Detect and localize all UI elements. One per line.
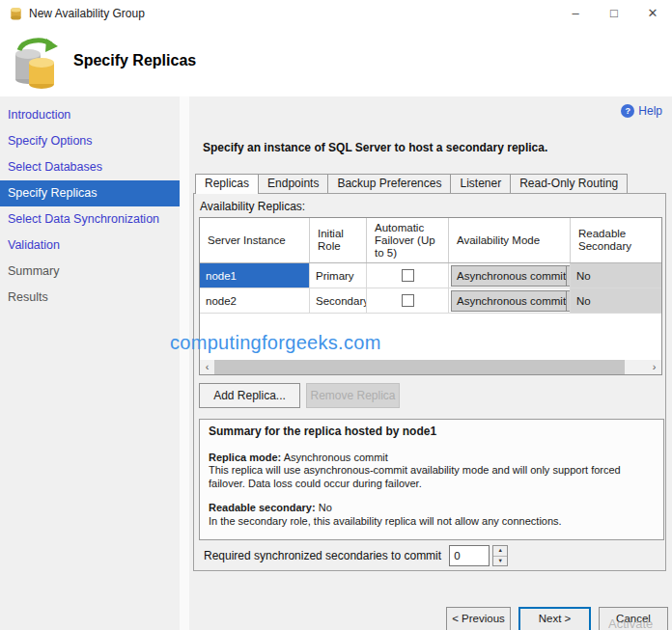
availability-mode-dropdown[interactable]: Asynchronous commit ∨ [451,290,571,312]
sidebar-item-specify-replicas[interactable]: Specify Replicas [0,180,180,206]
replica-mode-label: Replica mode: [209,452,281,463]
maximize-button[interactable]: □ [595,0,633,27]
wizard-steps-sidebar: Introduction Specify Options Select Data… [0,96,180,630]
sidebar-item-introduction[interactable]: Introduction [0,102,180,128]
tab-endpoints[interactable]: Endpoints [258,174,328,193]
cell-availability-mode: Asynchronous commit ∨ [449,263,571,288]
title-bar: New Availability Group – □ ✕ [0,0,672,27]
help-link[interactable]: ? Help [621,104,662,118]
horizontal-scrollbar[interactable]: ‹ › [200,360,661,374]
cell-server-instance: node2 [200,288,310,313]
summary-title: Summary for the replica hosted by node1 [209,425,655,439]
column-header-availability-mode[interactable]: Availability Mode [449,218,571,262]
commit-secondaries-label: Required synchronized secondaries to com… [204,549,441,562]
cell-availability-mode: Asynchronous commit ∨ [449,288,571,313]
sidebar-item-select-data-synchronization[interactable]: Select Data Synchronization [0,206,180,233]
column-header-automatic-failover[interactable]: Automatic Failover (Up to 5) [367,218,449,262]
commit-secondaries-input[interactable]: 0 [449,545,490,566]
add-replica-button[interactable]: Add Replica... [199,383,300,408]
column-header-initial-role[interactable]: Initial Role [310,218,367,262]
tab-backup-preferences[interactable]: Backup Preferences [327,174,451,193]
cell-initial-role: Primary [310,263,367,288]
replica-summary-box: Summary for the replica hosted by node1 … [199,419,664,540]
cell-server-instance: node1 [200,263,310,288]
tab-read-only-routing[interactable]: Read-Only Routing [510,174,628,193]
sidebar-item-validation[interactable]: Validation [0,233,180,259]
tab-listener[interactable]: Listener [450,174,511,193]
spin-up-icon[interactable]: ▲ [493,546,507,557]
activate-windows-watermark: Activate [608,616,653,630]
availability-mode-dropdown[interactable]: Asynchronous commit ∨ [451,265,571,287]
app-icon [9,7,23,21]
minimize-button[interactable]: – [556,0,595,27]
sidebar-item-summary: Summary [0,259,180,285]
column-header-server-instance[interactable]: Server Instance [200,218,310,262]
readable-secondary-description: In the secondary role, this availability… [209,515,655,529]
readable-secondary-block: Readable secondary: No In the secondary … [209,502,655,528]
automatic-failover-checkbox[interactable] [402,269,414,282]
readable-secondary-value: No [316,502,332,513]
window-title: New Availability Group [29,0,145,27]
column-header-readable-secondary[interactable]: Readable Secondary [571,218,661,262]
cell-readable-secondary[interactable]: No [571,288,661,313]
main-content: ? Help Specify an instance of SQL Server… [189,96,672,630]
previous-button[interactable]: < Previous [446,607,511,630]
new-availability-group-window: New Availability Group – □ ✕ Specify Rep… [0,0,672,630]
table-row-node2[interactable]: node2 Secondary Asynchronous commit ∨ No [200,288,661,314]
cell-initial-role: Secondary [310,288,367,313]
availability-replicas-label: Availability Replicas: [200,200,305,213]
grid-header-row: Server Instance Initial Role Automatic F… [200,218,661,263]
tab-replicas[interactable]: Replicas [195,174,259,194]
site-watermark: computingforgeeks.com [170,332,381,354]
sidebar-divider [180,96,189,630]
instruction-text: Specify an instance of SQL Server to hos… [203,141,547,154]
replicas-tab-panel: Availability Replicas: Server Instance I… [193,193,666,571]
help-icon: ? [621,104,634,118]
help-label: Help [638,104,662,118]
cell-automatic-failover [367,263,449,288]
cell-readable-secondary[interactable]: No [571,263,661,288]
replica-mode-description: This replica will use asynchronous-commi… [209,464,655,490]
replica-mode-block: Replica mode: Asynchronous commit This r… [209,452,655,491]
page-title: Specify Replicas [73,52,196,69]
next-button[interactable]: Next > [518,607,591,630]
wizard-header: Specify Replicas [0,27,672,96]
cell-automatic-failover [367,288,449,313]
sidebar-item-select-databases[interactable]: Select Databases [0,154,180,180]
readable-secondary-label: Readable secondary: [209,502,316,513]
scrollbar-thumb[interactable] [214,360,625,374]
sidebar-item-specify-options[interactable]: Specify Options [0,128,180,154]
remove-replica-button: Remove Replica [306,383,400,408]
tab-strip: Replicas Endpoints Backup Preferences Li… [195,174,627,194]
spin-down-icon[interactable]: ▼ [493,557,507,566]
scroll-right-icon[interactable]: › [647,360,661,374]
commit-secondaries-row: Required synchronized secondaries to com… [204,545,508,566]
sidebar-item-results: Results [0,285,180,311]
close-button[interactable]: ✕ [633,0,672,27]
scroll-left-icon[interactable]: ‹ [200,360,214,374]
automatic-failover-checkbox[interactable] [402,294,414,307]
commit-secondaries-stepper: ▲ ▼ [492,545,508,566]
replicas-database-icon [10,35,64,91]
table-row-node1[interactable]: node1 Primary Asynchronous commit ∨ No [200,263,661,288]
replica-mode-value: Asynchronous commit [281,452,388,463]
